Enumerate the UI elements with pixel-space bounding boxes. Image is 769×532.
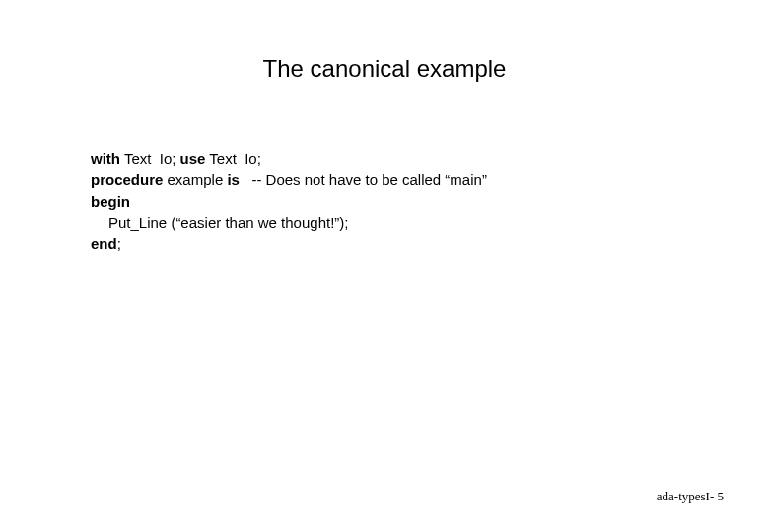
keyword-begin: begin [91, 193, 130, 210]
code-line-3: begin [91, 191, 487, 213]
slide-title: The canonical example [0, 55, 769, 83]
keyword-procedure: procedure [91, 171, 163, 188]
code-text: example [163, 171, 227, 188]
code-line-2: procedure example is -- Does not have to… [91, 169, 487, 191]
code-text: Put_Line (“easier than we thought!”); [108, 214, 348, 231]
code-line-4: Put_Line (“easier than we thought!”); [91, 212, 487, 233]
code-line-5: end; [91, 233, 487, 255]
keyword-is: is [227, 171, 240, 188]
code-text: Text_Io; [205, 150, 260, 166]
keyword-end: end [91, 235, 117, 252]
code-line-1: with Text_Io; use Text_Io; [91, 148, 487, 169]
keyword-use: use [180, 150, 206, 166]
code-block: with Text_Io; use Text_Io; procedure exa… [91, 148, 487, 255]
code-text: Text_Io; [120, 150, 180, 166]
keyword-with: with [91, 150, 120, 166]
code-comment: -- Does not have to be called “main” [240, 171, 487, 188]
code-text: ; [117, 235, 121, 252]
slide-footer: ada-typesI- 5 [657, 489, 724, 504]
